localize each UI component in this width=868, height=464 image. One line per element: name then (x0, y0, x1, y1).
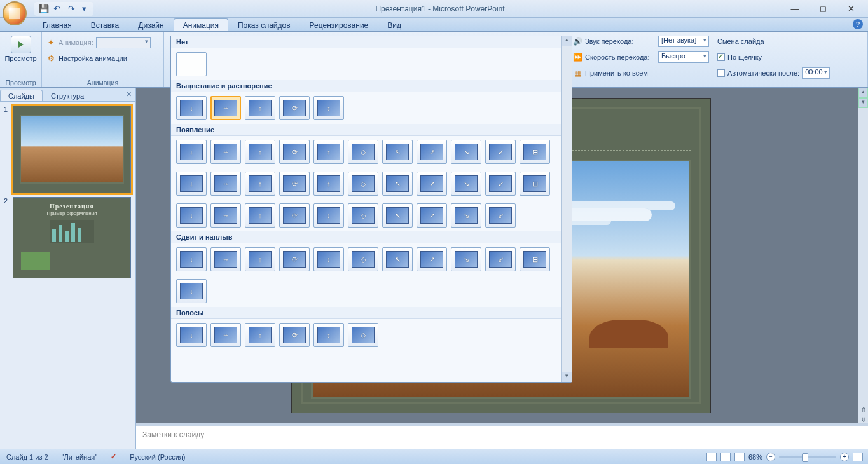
transition-item[interactable]: ⟳ (279, 172, 310, 196)
onclick-checkbox[interactable] (717, 53, 725, 61)
save-icon[interactable]: 💾 (38, 3, 50, 15)
transition-item[interactable]: ⟳ (279, 247, 310, 271)
help-button[interactable]: ? (853, 19, 863, 29)
qat-dropdown-icon[interactable]: ▾ (78, 3, 90, 15)
transition-item[interactable]: ↑ (245, 323, 275, 347)
status-language[interactable]: Русский (Россия) (123, 449, 191, 464)
auto-after-checkbox[interactable] (717, 69, 725, 77)
transition-item[interactable]: ↙ (485, 203, 516, 228)
notes-pane[interactable]: Заметки к слайду (136, 426, 868, 449)
apply-all-button[interactable]: ▦ Применить ко всем (572, 66, 709, 80)
thumb-2[interactable]: Презентация Пример оформления (13, 197, 131, 278)
undo-icon[interactable]: ↶ (51, 3, 62, 15)
transition-item[interactable]: ↕ (313, 172, 344, 196)
tab-design[interactable]: Дизайн (128, 18, 173, 31)
zoom-out-button[interactable]: − (766, 453, 775, 461)
transition-item[interactable]: ↑ (245, 172, 275, 196)
tab-home[interactable]: Главная (33, 18, 81, 31)
thumb-1-wrap[interactable]: 1 (4, 106, 132, 193)
close-button[interactable]: ✕ (843, 3, 859, 15)
transition-item[interactable]: ↔ (210, 323, 241, 347)
gallery-scroll-down-icon[interactable]: ▾ (562, 372, 572, 382)
tab-review[interactable]: Рецензирование (300, 18, 378, 31)
zoom-in-button[interactable]: + (840, 453, 849, 461)
transition-item[interactable]: ↖ (382, 247, 413, 271)
sound-combo[interactable]: [Нет звука] (658, 36, 709, 47)
transition-item[interactable]: ↕ (313, 323, 344, 347)
transition-item[interactable]: ⟳ (279, 203, 310, 228)
view-sorter-button[interactable] (720, 453, 731, 461)
transition-item[interactable]: ↙ (485, 172, 516, 196)
transition-item[interactable]: ⟳ (279, 96, 310, 120)
transition-item[interactable]: ↕ (313, 96, 344, 120)
prev-slide-button[interactable]: ⤊ (858, 406, 868, 416)
transition-item[interactable]: ↑ (245, 96, 275, 120)
tab-outline[interactable]: Структура (43, 90, 92, 101)
tab-animation[interactable]: Анимация (174, 18, 228, 31)
transition-item[interactable]: ↔ (210, 96, 241, 120)
transition-item[interactable]: ↓ (176, 323, 207, 347)
scroll-down-icon[interactable]: ▾ (858, 98, 868, 108)
transition-item[interactable]: ◇ (348, 203, 378, 228)
transition-item[interactable]: ↓ (176, 96, 207, 120)
transition-item[interactable]: ⟳ (279, 140, 310, 164)
transition-item[interactable]: ↙ (485, 247, 516, 271)
transition-item[interactable]: ↘ (451, 140, 481, 164)
view-slideshow-button[interactable] (734, 453, 745, 461)
transition-item[interactable]: ↗ (417, 203, 447, 228)
zoom-slider[interactable] (779, 456, 836, 458)
scroll-up-icon[interactable]: ▴ (858, 88, 868, 98)
transition-item[interactable]: ↔ (210, 140, 241, 164)
transition-item[interactable]: ↘ (451, 247, 481, 271)
transition-item[interactable]: ↔ (210, 203, 241, 228)
gallery-scrollbar[interactable]: ▴ ▾ (561, 36, 572, 382)
auto-after-value[interactable]: 00:00 (802, 67, 830, 79)
redo-icon[interactable]: ↷ (65, 3, 77, 15)
transition-item[interactable]: ↕ (313, 140, 344, 164)
transition-item[interactable]: ↑ (245, 247, 275, 271)
transition-item[interactable]: ↑ (245, 203, 275, 228)
transition-item[interactable]: ⊞ (520, 172, 550, 196)
transition-item[interactable]: ⊞ (520, 247, 550, 271)
editor-vertical-scrollbar[interactable]: ▴ ▾ ⤊ ⤋ (858, 88, 868, 426)
slides-panel-close-icon[interactable]: ✕ (126, 90, 132, 99)
transition-item[interactable]: ↗ (417, 140, 447, 164)
transition-item[interactable]: ↘ (451, 172, 481, 196)
tab-slideshow[interactable]: Показ слайдов (228, 18, 300, 31)
transition-item[interactable]: ↓ (176, 279, 207, 303)
transition-item[interactable]: ◇ (348, 323, 378, 347)
tab-slides[interactable]: Слайды (0, 90, 43, 101)
transition-item[interactable]: ⟳ (279, 323, 310, 347)
tab-view[interactable]: Вид (378, 18, 411, 31)
transition-item[interactable]: ⊞ (520, 140, 550, 164)
transition-item[interactable]: ↓ (176, 172, 207, 196)
transition-item[interactable]: ↓ (176, 247, 207, 271)
tab-insert[interactable]: Вставка (81, 18, 129, 31)
transition-item[interactable]: ↗ (417, 247, 447, 271)
transition-item[interactable]: ◇ (348, 172, 378, 196)
transition-item[interactable]: ↔ (210, 172, 241, 196)
preview-button[interactable]: Просмотр (4, 33, 38, 65)
transition-item[interactable]: ↘ (451, 203, 481, 228)
office-button[interactable] (3, 1, 27, 25)
transition-item[interactable]: ↖ (382, 140, 413, 164)
transition-item[interactable]: ◇ (348, 247, 378, 271)
maximize-button[interactable]: ◻ (815, 3, 831, 15)
thumb-1[interactable] (13, 106, 131, 193)
custom-animation-button[interactable]: ⚙ Настройка анимации (46, 51, 160, 65)
transition-item[interactable]: ↕ (313, 247, 344, 271)
transition-item[interactable]: ↙ (485, 140, 516, 164)
transition-item[interactable]: ↑ (245, 140, 275, 164)
fit-to-window-button[interactable] (853, 453, 863, 461)
speed-combo[interactable]: Быстро (658, 51, 709, 63)
transition-item[interactable]: ↓ (176, 203, 207, 228)
transition-item[interactable]: ◇ (348, 140, 378, 164)
thumb-2-wrap[interactable]: 2 Презентация Пример оформления (4, 197, 132, 278)
transition-item[interactable]: ↔ (210, 247, 241, 271)
status-spellcheck[interactable]: ✓ (104, 449, 123, 464)
minimize-button[interactable]: — (787, 3, 803, 15)
transition-item[interactable]: ↓ (176, 140, 207, 164)
transition-item[interactable]: ↖ (382, 172, 413, 196)
transition-item[interactable]: ↗ (417, 172, 447, 196)
view-normal-button[interactable] (706, 453, 717, 461)
